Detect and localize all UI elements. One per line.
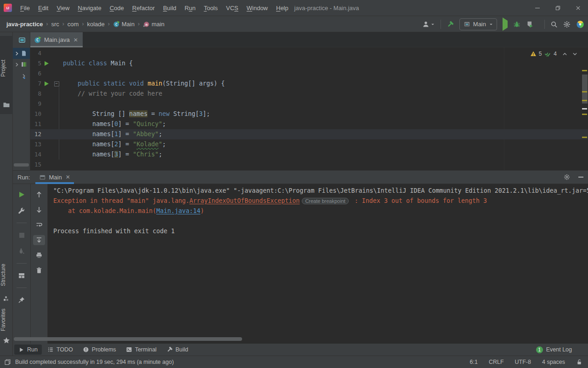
run-line-marker-icon[interactable]: [45, 61, 49, 66]
tool-window-button-terminal[interactable]: Terminal: [122, 345, 161, 355]
clear-console-button[interactable]: [33, 265, 45, 276]
folder-icon[interactable]: [3, 101, 10, 109]
breadcrumb-item-main[interactable]: CMain: [113, 21, 135, 28]
project-view-icon[interactable]: [18, 37, 26, 44]
menu-item-view[interactable]: View: [52, 5, 74, 12]
restore-layout-button[interactable]: [16, 270, 28, 281]
soft-wrap-button[interactable]: [33, 220, 45, 230]
warning-stripe-mark[interactable]: [582, 70, 587, 71]
hide-panel-icon[interactable]: [578, 177, 583, 178]
tool-window-button-problems[interactable]: Problems: [79, 345, 120, 355]
search-everywhere-button[interactable]: [550, 20, 558, 28]
fold-marker-icon[interactable]: −: [54, 81, 59, 86]
scroll-to-end-button[interactable]: [33, 235, 45, 245]
editor-body[interactable]: 45public class Main {67− public static v…: [30, 47, 588, 170]
stack-trace-link[interactable]: Main.java:14: [156, 207, 200, 214]
settings-button[interactable]: [563, 20, 571, 28]
chevron-right-icon[interactable]: [14, 62, 19, 67]
project-panel[interactable]: [13, 32, 30, 170]
menu-item-help[interactable]: Help: [272, 5, 293, 12]
breadcrumb-item-src[interactable]: src: [51, 21, 59, 28]
project-tree-row[interactable]: [13, 48, 30, 59]
debug-button[interactable]: [513, 20, 520, 28]
code-line-12[interactable]: 12 names[1] = "Abbey";: [30, 129, 588, 139]
code-line-8[interactable]: 8 // write your code here: [30, 89, 588, 99]
chevron-right-icon[interactable]: [14, 51, 19, 56]
breadcrumb-item-main[interactable]: mmain: [143, 21, 164, 28]
menu-item-edit[interactable]: Edit: [34, 5, 52, 12]
indent-style[interactable]: 4 spaces: [542, 359, 565, 365]
minimize-button[interactable]: [527, 0, 548, 16]
star-icon[interactable]: [3, 337, 10, 344]
menu-item-run[interactable]: Run: [181, 5, 200, 12]
print-button[interactable]: [33, 250, 45, 260]
structure-icon[interactable]: [3, 295, 9, 302]
tool-window-button-todo[interactable]: TODO: [43, 345, 77, 355]
run-configuration-combo[interactable]: Main: [459, 18, 497, 30]
code-line-7[interactable]: 7− public static void main(String[] args…: [30, 79, 588, 89]
code-line-9[interactable]: 9: [30, 99, 588, 109]
warning-stripe-mark[interactable]: [582, 100, 587, 101]
warning-stripe-mark[interactable]: [582, 91, 587, 92]
code-line-4[interactable]: 4: [30, 48, 588, 58]
down-stack-trace-button[interactable]: [33, 205, 45, 215]
tool-stripe-project[interactable]: Project: [0, 40, 13, 96]
build-project-button[interactable]: [447, 20, 454, 28]
breadcrumb-item-kolade[interactable]: kolade: [87, 21, 104, 28]
tool-window-button-build[interactable]: Build: [162, 345, 192, 355]
tool-stripe-structure[interactable]: Structure: [0, 257, 13, 293]
rerun-button[interactable]: [16, 190, 28, 200]
code-line-15[interactable]: 15: [30, 160, 588, 170]
console-horizontal-scrollbar[interactable]: [14, 337, 242, 341]
menu-item-refactor[interactable]: Refactor: [128, 5, 159, 12]
close-window-button[interactable]: [568, 0, 588, 16]
code-line-5[interactable]: 5public class Main {: [30, 58, 588, 69]
editor-scrollbar-thumb[interactable]: [582, 75, 588, 104]
restore-button[interactable]: [548, 0, 568, 16]
edit-configuration-button[interactable]: [16, 206, 28, 216]
panel-settings-gear-icon[interactable]: [564, 174, 570, 180]
project-tree-row[interactable]: [13, 59, 30, 70]
tool-stripe-favorites[interactable]: Favorites: [0, 301, 13, 338]
code-line-13[interactable]: 13 names[2] = "Kolade";: [30, 139, 588, 150]
ide-features-button[interactable]: [576, 20, 584, 29]
run-line-marker-icon[interactable]: [45, 81, 49, 86]
run-button[interactable]: [503, 21, 508, 28]
status-message[interactable]: Build completed successfully in 19 sec, …: [15, 359, 174, 365]
project-tree-row[interactable]: [13, 71, 30, 82]
menu-item-code[interactable]: Code: [106, 5, 128, 12]
menu-item-navigate[interactable]: Navigate: [74, 5, 105, 12]
menu-item-tools[interactable]: Tools: [200, 5, 222, 12]
run-tab-close-icon[interactable]: ✕: [66, 174, 70, 180]
pin-tab-button[interactable]: [16, 295, 28, 305]
code-line-6[interactable]: 6: [30, 69, 588, 79]
breadcrumb-item-java-practice[interactable]: java-practice: [6, 21, 43, 28]
run-console[interactable]: "C:\Program Files\Java\jdk-11.0.12\bin\j…: [48, 184, 588, 344]
inspections-widget[interactable]: 5 4: [530, 51, 578, 57]
tab-close-icon[interactable]: ✕: [74, 37, 78, 43]
profile-menu-button[interactable]: [422, 21, 435, 28]
warning-stripe-mark[interactable]: [582, 137, 587, 138]
tool-window-button-run[interactable]: Run: [14, 345, 42, 355]
prev-problem-icon[interactable]: [562, 51, 568, 57]
line-separator[interactable]: CRLF: [489, 359, 504, 365]
menu-item-window[interactable]: Window: [243, 5, 272, 12]
editor-tab-main-java[interactable]: C Main.java ✕: [30, 32, 83, 47]
code-line-10[interactable]: 10 String [] names = new String[3];: [30, 109, 588, 119]
unlock-icon[interactable]: [576, 359, 582, 365]
create-breakpoint-hint[interactable]: Create breakpoint: [302, 198, 348, 204]
run-tab-main[interactable]: Main ✕: [35, 171, 74, 184]
up-stack-trace-button[interactable]: [33, 190, 45, 200]
code-line-14[interactable]: 14 names[3] = "Chris";: [30, 150, 588, 160]
project-horizontal-scrollbar[interactable]: [14, 163, 29, 167]
breadcrumb-item-com[interactable]: com: [68, 21, 79, 28]
file-encoding[interactable]: UTF-8: [515, 359, 531, 365]
exception-class-link[interactable]: ArrayIndexOutOfBoundsException: [189, 197, 300, 204]
menu-item-file[interactable]: File: [16, 5, 34, 12]
coverage-button[interactable]: [526, 20, 533, 28]
caret-position[interactable]: 6:1: [470, 359, 478, 365]
code-line-11[interactable]: 11 names[0] = "Quincy";: [30, 119, 588, 129]
menu-item-build[interactable]: Build: [159, 5, 181, 12]
error-stripe[interactable]: [581, 47, 588, 170]
event-log-button[interactable]: 1 Event Log: [536, 346, 572, 353]
